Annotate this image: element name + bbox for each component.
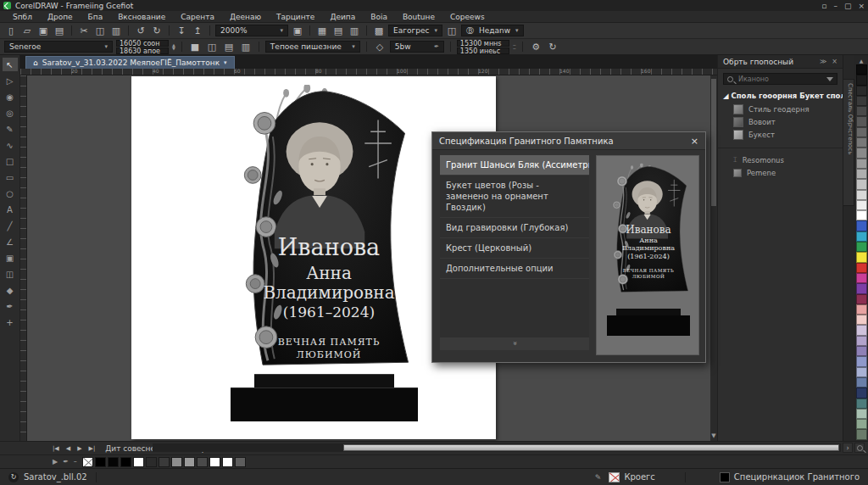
transparency-tool-icon[interactable]: ◫ [3, 267, 18, 281]
color-swatch[interactable] [856, 64, 867, 75]
color-swatch[interactable] [856, 419, 867, 429]
close-icon[interactable]: × [832, 58, 837, 65]
color-swatch[interactable] [856, 137, 867, 148]
fill-swatch-icon[interactable]: ■ [188, 41, 202, 53]
print-icon[interactable]: ▤ [53, 25, 66, 36]
undo-icon[interactable]: ↺ [134, 25, 147, 36]
last-page-icon[interactable]: ▶| [87, 445, 97, 452]
scroll-more-button[interactable]: › [843, 443, 853, 453]
menu-item[interactable]: Вoia [363, 12, 395, 22]
color-swatch[interactable] [856, 315, 867, 325]
menu-item[interactable]: Деенаю [222, 12, 269, 22]
color-swatch[interactable] [856, 399, 867, 409]
color-swatch[interactable] [146, 457, 157, 467]
color-swatch[interactable] [856, 387, 867, 398]
snap-dropdown[interactable]: Ⓑ Недаnw ▾ [461, 25, 524, 36]
position-y-field[interactable]: 18630 апое [116, 47, 169, 54]
menu-item[interactable]: Сореews [442, 12, 492, 22]
color-swatch[interactable] [82, 457, 93, 467]
no-outline-swatch[interactable] [609, 472, 620, 482]
dialog-item-granite[interactable]: Гранит Шаньси Бляк (Ассиметричная [440, 155, 589, 176]
vertical-scrollbar-thumb[interactable] [711, 79, 716, 206]
color-swatch[interactable] [856, 86, 867, 96]
dialog-item-extra[interactable]: Дополнительные опции [440, 259, 589, 279]
layer-up-icon[interactable]: ▤ [222, 41, 236, 53]
color-swatch[interactable] [856, 409, 867, 419]
palette-expand-icon[interactable]: ▶ [53, 458, 58, 465]
columns-view-icon[interactable]: ▥ [348, 25, 361, 36]
filter-icon[interactable] [826, 77, 833, 81]
new-document-icon[interactable]: ▯ [4, 25, 18, 36]
docker-tree-header[interactable]: ◢ Споль гооорння Букет сположеамный [718, 89, 843, 103]
color-swatch[interactable] [856, 336, 867, 346]
color-swatch[interactable] [856, 367, 867, 377]
search-input[interactable] [737, 75, 823, 84]
blend-mode-select[interactable]: Тепоее пишезние ▾ [265, 41, 360, 53]
menu-item[interactable]: Тарцинте [269, 12, 322, 22]
color-swatch[interactable] [856, 283, 867, 293]
polygon-tool-icon[interactable]: ▭ [3, 170, 18, 184]
color-swatch[interactable] [856, 127, 867, 137]
menu-item[interactable]: Деипа [322, 12, 363, 22]
rotate-angle-icon[interactable]: ◇ [373, 41, 387, 53]
text-tool-icon[interactable]: А [3, 203, 18, 216]
nib-size-field[interactable]: 5bw ✒ [390, 41, 444, 53]
refresh-icon[interactable]: ↻ [546, 41, 559, 53]
fill-tool-icon[interactable]: ◆ [3, 283, 18, 297]
dialog-item-engraving[interactable]: Вид гравировки (Глубокая) [440, 218, 589, 238]
menu-item[interactable]: Sпбл [5, 12, 40, 22]
export-icon[interactable]: ↥ [191, 25, 204, 36]
horizontal-scrollbar-thumb[interactable] [343, 444, 839, 451]
color-swatch[interactable] [171, 457, 182, 467]
line-tool-icon[interactable]: ╱ [3, 219, 18, 232]
layer-down-icon[interactable]: ▥ [239, 41, 253, 53]
color-swatch[interactable] [856, 159, 867, 169]
copy-icon[interactable]: ◫ [93, 25, 107, 36]
dialog-item-bouquet[interactable]: Букет цветов (Розы - заменено на орнамен… [440, 176, 589, 218]
color-swatch[interactable] [856, 356, 867, 366]
add-tool-icon[interactable]: + [3, 315, 18, 329]
color-swatch[interactable] [856, 96, 867, 106]
color-swatch[interactable] [856, 273, 867, 283]
docker-item-border[interactable]: Вовоит [718, 115, 843, 128]
color-swatch[interactable] [856, 304, 867, 315]
menu-item[interactable]: Бпа [81, 12, 111, 22]
collapse-icon[interactable]: ≫ [820, 58, 826, 65]
rectangle-tool-icon[interactable]: □ [3, 154, 18, 168]
color-swatch[interactable] [856, 429, 867, 439]
options-dropdown[interactable]: Еагогрес ▾ [388, 25, 442, 36]
docker-item-pemene[interactable]: Pemene [718, 166, 843, 179]
first-page-icon[interactable]: |◀ [51, 445, 61, 452]
freehand-tool-icon[interactable]: ✎ [3, 122, 18, 136]
color-swatch[interactable] [159, 457, 170, 467]
crop-tool-icon[interactable]: ◉ [3, 90, 18, 103]
docker-search[interactable] [723, 73, 837, 85]
next-page-icon[interactable]: ▶ [75, 445, 83, 452]
page-border-icon[interactable]: ▣ [291, 25, 304, 36]
color-swatch[interactable] [856, 106, 867, 116]
color-swatch[interactable] [856, 231, 867, 242]
scroll-up-icon[interactable]: ▲ [856, 57, 866, 64]
color-swatch[interactable] [209, 457, 220, 467]
artistic-media-tool-icon[interactable]: ∿ [3, 138, 18, 152]
zoom-level-select[interactable]: 2000% ▾ [215, 25, 288, 36]
color-swatch[interactable] [222, 457, 233, 467]
fullscreen-icon[interactable]: ◫ [445, 25, 459, 36]
docker-item-resomonus[interactable]: ⌶ Resomonus [718, 153, 843, 166]
color-swatch[interactable] [120, 457, 131, 467]
import-icon[interactable]: ↧ [175, 25, 188, 36]
copy-props-icon[interactable]: ◫ [205, 41, 219, 53]
docker-vertical-tab[interactable]: Спесталь Обрчстепось [843, 79, 854, 206]
close-icon[interactable]: × [691, 136, 698, 147]
position-x-field[interactable]: 16050 соон [116, 40, 169, 47]
horizontal-scrollbar[interactable] [153, 443, 841, 452]
pick-tool-icon[interactable]: ↖ [3, 58, 18, 71]
vertical-scrollbar[interactable]: ▼ [710, 75, 717, 441]
fill-color-swatch[interactable] [720, 472, 730, 482]
color-swatch[interactable] [856, 148, 867, 158]
minimize-icon[interactable]: – [833, 2, 837, 10]
shape-tool-icon[interactable]: ▷ [3, 74, 18, 87]
docker-item-style[interactable]: Стиль геодерня [718, 103, 843, 115]
color-swatch[interactable] [856, 75, 867, 85]
maximize-icon[interactable]: ▢ [844, 2, 852, 10]
